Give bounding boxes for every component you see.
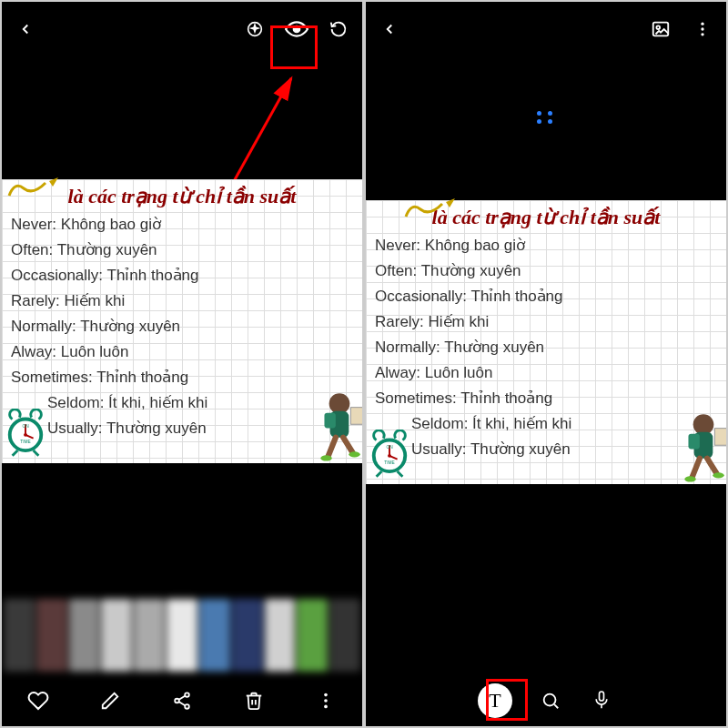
svg-rect-14 <box>350 408 362 425</box>
share-icon[interactable] <box>169 688 195 713</box>
right-image-card: là các trạng từ chỉ tần suất Never: Khôn… <box>366 200 726 484</box>
svg-text:ON: ON <box>386 445 393 450</box>
entry-row: Often: Thường xuyên <box>11 238 353 263</box>
pencil-icon[interactable] <box>97 688 123 713</box>
svg-point-43 <box>713 472 723 478</box>
image-icon[interactable] <box>648 16 673 42</box>
svg-point-44 <box>544 694 556 706</box>
search-icon[interactable] <box>538 688 563 713</box>
back-button[interactable] <box>377 16 402 42</box>
entry-row: Never: Không bao giờ <box>11 212 353 238</box>
svg-point-29 <box>701 33 703 35</box>
sparkle-icon[interactable] <box>242 16 268 42</box>
right-topbar <box>366 2 726 56</box>
svg-text:ON: ON <box>22 424 29 429</box>
entry-row: Normally: Thường xuyên <box>11 314 353 339</box>
svg-rect-13 <box>324 413 335 429</box>
svg-rect-40 <box>688 434 699 450</box>
clock-illustration: ONTIME <box>4 409 47 458</box>
entry-row: Sometimes: Thỉnh thoảng <box>375 386 717 411</box>
eye-icon[interactable] <box>284 16 309 42</box>
svg-point-22 <box>325 693 329 697</box>
svg-line-34 <box>377 471 382 477</box>
mic-icon[interactable] <box>589 688 614 713</box>
entry-row: Normally: Thường xuyên <box>375 335 717 360</box>
card-title: là các trạng từ chỉ tần suất <box>11 185 353 208</box>
entry-row: Often: Thường xuyên <box>375 258 717 284</box>
svg-point-23 <box>325 699 329 703</box>
clock-illustration: ONTIME <box>368 430 411 479</box>
left-screen: là các trạng từ chỉ tần suất Never: Khôn… <box>2 2 362 726</box>
svg-text:TIME: TIME <box>20 440 30 444</box>
svg-line-8 <box>34 450 39 456</box>
svg-text:TIME: TIME <box>384 460 394 465</box>
text-extract-button[interactable]: T <box>478 683 512 718</box>
svg-point-27 <box>701 23 703 25</box>
left-image-card: là các trạng từ chỉ tần suất Never: Khôn… <box>2 179 362 463</box>
entries-list: Never: Không bao giờOften: Thường xuyênO… <box>375 233 717 462</box>
svg-point-15 <box>320 455 331 460</box>
right-screen: là các trạng từ chỉ tần suất Never: Khôn… <box>366 2 726 726</box>
entry-row: Usually: Thường xuyên <box>375 437 717 462</box>
trash-icon[interactable] <box>241 688 267 713</box>
svg-line-21 <box>178 702 185 706</box>
back-button[interactable] <box>13 16 38 42</box>
svg-line-35 <box>398 471 403 477</box>
entry-row: Usually: Thường xuyên <box>11 416 353 441</box>
svg-point-16 <box>349 451 359 457</box>
svg-rect-46 <box>600 692 604 701</box>
svg-point-26 <box>656 25 660 29</box>
entry-row: Seldom: Ít khi, hiếm khi <box>375 411 717 437</box>
entry-row: Alway: Luôn luôn <box>11 339 353 365</box>
student-illustration <box>311 389 362 460</box>
entry-row: Never: Không bao giờ <box>375 233 717 258</box>
svg-point-38 <box>693 414 714 435</box>
more-icon[interactable] <box>313 688 339 713</box>
more-icon[interactable] <box>690 16 715 42</box>
svg-point-11 <box>329 393 350 414</box>
svg-line-7 <box>13 450 18 456</box>
entry-row: Rarely: Hiếm khi <box>375 309 717 335</box>
entry-row: Occasionally: Thỉnh thoảng <box>11 263 353 288</box>
student-illustration <box>675 410 726 480</box>
entry-row: Alway: Luôn luôn <box>375 360 717 386</box>
left-bottombar <box>2 675 362 726</box>
svg-point-1 <box>294 26 300 33</box>
entry-row: Occasionally: Thỉnh thoảng <box>375 284 717 309</box>
svg-line-20 <box>178 696 185 701</box>
thumbnail-strip[interactable] <box>2 595 362 675</box>
svg-point-28 <box>701 27 703 30</box>
left-topbar <box>2 2 362 56</box>
rotate-icon[interactable] <box>326 16 351 42</box>
entries-list: Never: Không bao giờOften: Thường xuyênO… <box>11 212 353 441</box>
svg-point-42 <box>684 476 695 481</box>
right-bottombar: T <box>366 675 726 726</box>
svg-rect-41 <box>714 429 726 446</box>
heart-icon[interactable] <box>25 688 51 713</box>
entry-row: Sometimes: Thỉnh thoảng <box>11 365 353 390</box>
loading-indicator <box>537 111 555 124</box>
entry-row: Rarely: Hiếm khi <box>11 288 353 314</box>
svg-line-45 <box>554 704 558 708</box>
text-extract-label: T <box>489 689 500 713</box>
entry-row: Seldom: Ít khi, hiếm khi <box>11 390 353 416</box>
svg-point-24 <box>325 705 329 709</box>
